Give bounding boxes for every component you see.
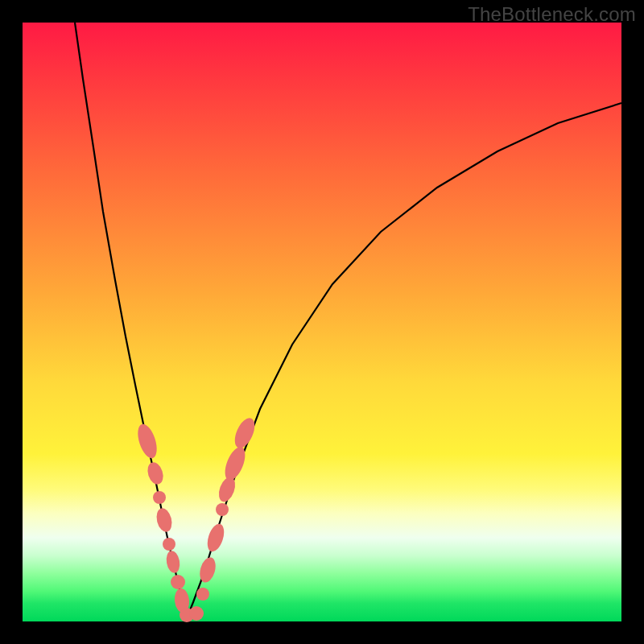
bead-marker [216, 503, 229, 516]
bead-marker [197, 555, 218, 584]
curve-right-branch [187, 103, 621, 618]
bead-marker [189, 606, 204, 621]
chart-svg [23, 23, 621, 621]
bead-marker [204, 522, 227, 554]
bead-marker [165, 550, 182, 574]
bead-marker [163, 538, 175, 551]
bead-marker [171, 575, 185, 589]
bead-marker [155, 506, 175, 533]
bead-marker [153, 491, 166, 504]
bead-marker [231, 415, 259, 452]
bead-marker [134, 422, 161, 460]
bead-marker [196, 588, 209, 601]
bead-marker [145, 460, 166, 486]
